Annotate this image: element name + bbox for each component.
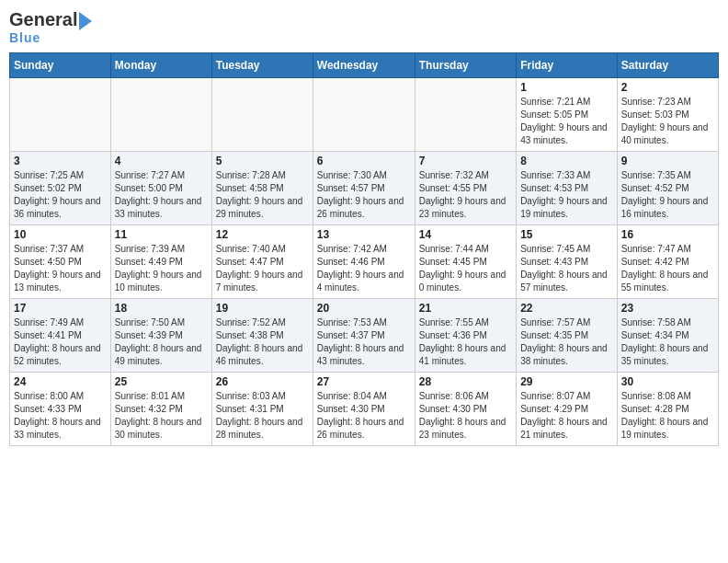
- page-header: General Blue: [9, 9, 719, 45]
- day-number: 13: [317, 228, 411, 241]
- weekday-header-thursday: Thursday: [415, 53, 516, 78]
- calendar-cell: 4Sunrise: 7:27 AM Sunset: 5:00 PM Daylig…: [110, 152, 211, 225]
- calendar-cell: 12Sunrise: 7:40 AM Sunset: 4:47 PM Dayli…: [211, 225, 313, 299]
- day-number: 12: [216, 228, 309, 241]
- calendar-week-row: 17Sunrise: 7:49 AM Sunset: 4:41 PM Dayli…: [10, 299, 719, 373]
- calendar-cell: 29Sunrise: 8:07 AM Sunset: 4:29 PM Dayli…: [517, 373, 618, 446]
- calendar-cell: [10, 78, 111, 152]
- day-number: 15: [520, 228, 613, 241]
- logo: General Blue: [9, 9, 92, 45]
- calendar-cell: [415, 78, 516, 152]
- day-info: Sunrise: 7:50 AM Sunset: 4:39 PM Dayligh…: [115, 316, 208, 368]
- calendar-cell: 17Sunrise: 7:49 AM Sunset: 4:41 PM Dayli…: [10, 299, 111, 373]
- day-number: 1: [520, 81, 613, 94]
- calendar-cell: 25Sunrise: 8:01 AM Sunset: 4:32 PM Dayli…: [110, 373, 211, 446]
- calendar-cell: [211, 78, 313, 152]
- day-info: Sunrise: 7:21 AM Sunset: 5:05 PM Dayligh…: [520, 96, 613, 147]
- day-info: Sunrise: 7:49 AM Sunset: 4:41 PM Dayligh…: [14, 316, 107, 368]
- day-info: Sunrise: 7:52 AM Sunset: 4:38 PM Dayligh…: [216, 316, 309, 368]
- calendar-cell: 24Sunrise: 8:00 AM Sunset: 4:33 PM Dayli…: [10, 373, 111, 446]
- day-info: Sunrise: 7:25 AM Sunset: 5:02 PM Dayligh…: [14, 169, 107, 221]
- logo-arrow-icon: [79, 12, 92, 30]
- calendar-header-row: SundayMondayTuesdayWednesdayThursdayFrid…: [10, 53, 719, 78]
- day-info: Sunrise: 7:30 AM Sunset: 4:57 PM Dayligh…: [317, 169, 411, 221]
- day-number: 6: [317, 155, 411, 167]
- day-info: Sunrise: 7:28 AM Sunset: 4:58 PM Dayligh…: [216, 169, 309, 221]
- calendar-week-row: 1Sunrise: 7:21 AM Sunset: 5:05 PM Daylig…: [10, 78, 719, 152]
- day-info: Sunrise: 7:23 AM Sunset: 5:03 PM Dayligh…: [621, 96, 714, 147]
- calendar-table: SundayMondayTuesdayWednesdayThursdayFrid…: [9, 52, 719, 446]
- day-number: 18: [115, 302, 208, 315]
- calendar-cell: 11Sunrise: 7:39 AM Sunset: 4:49 PM Dayli…: [110, 225, 211, 299]
- day-number: 5: [216, 155, 309, 167]
- day-info: Sunrise: 7:32 AM Sunset: 4:55 PM Dayligh…: [419, 169, 512, 221]
- day-number: 29: [520, 375, 613, 388]
- calendar-cell: 3Sunrise: 7:25 AM Sunset: 5:02 PM Daylig…: [10, 152, 111, 225]
- day-number: 25: [115, 375, 208, 388]
- calendar-cell: 5Sunrise: 7:28 AM Sunset: 4:58 PM Daylig…: [211, 152, 313, 225]
- calendar-cell: 9Sunrise: 7:35 AM Sunset: 4:52 PM Daylig…: [617, 152, 718, 225]
- calendar-cell: 22Sunrise: 7:57 AM Sunset: 4:35 PM Dayli…: [517, 299, 618, 373]
- logo-blue: Blue: [9, 30, 40, 45]
- calendar-cell: 8Sunrise: 7:33 AM Sunset: 4:53 PM Daylig…: [517, 152, 618, 225]
- day-info: Sunrise: 7:55 AM Sunset: 4:36 PM Dayligh…: [419, 316, 512, 368]
- day-info: Sunrise: 7:47 AM Sunset: 4:42 PM Dayligh…: [621, 243, 714, 294]
- day-info: Sunrise: 8:06 AM Sunset: 4:30 PM Dayligh…: [419, 390, 512, 442]
- calendar-cell: 6Sunrise: 7:30 AM Sunset: 4:57 PM Daylig…: [313, 152, 415, 225]
- day-info: Sunrise: 8:04 AM Sunset: 4:30 PM Dayligh…: [317, 390, 411, 442]
- calendar-cell: 23Sunrise: 7:58 AM Sunset: 4:34 PM Dayli…: [617, 299, 718, 373]
- day-number: 19: [216, 302, 309, 315]
- day-info: Sunrise: 8:07 AM Sunset: 4:29 PM Dayligh…: [520, 390, 613, 442]
- calendar-cell: 18Sunrise: 7:50 AM Sunset: 4:39 PM Dayli…: [110, 299, 211, 373]
- calendar-cell: 1Sunrise: 7:21 AM Sunset: 5:05 PM Daylig…: [517, 78, 618, 152]
- calendar-week-row: 3Sunrise: 7:25 AM Sunset: 5:02 PM Daylig…: [10, 152, 719, 225]
- day-info: Sunrise: 7:44 AM Sunset: 4:45 PM Dayligh…: [419, 243, 512, 294]
- day-number: 24: [14, 375, 107, 388]
- day-number: 17: [14, 302, 107, 315]
- day-number: 9: [621, 155, 714, 167]
- day-info: Sunrise: 7:39 AM Sunset: 4:49 PM Dayligh…: [115, 243, 208, 294]
- day-info: Sunrise: 7:57 AM Sunset: 4:35 PM Dayligh…: [520, 316, 613, 368]
- day-info: Sunrise: 8:03 AM Sunset: 4:31 PM Dayligh…: [216, 390, 309, 442]
- calendar-cell: [313, 78, 415, 152]
- day-number: 23: [621, 302, 714, 315]
- calendar-cell: 20Sunrise: 7:53 AM Sunset: 4:37 PM Dayli…: [313, 299, 415, 373]
- day-info: Sunrise: 7:45 AM Sunset: 4:43 PM Dayligh…: [520, 243, 613, 294]
- day-number: 3: [14, 155, 107, 167]
- day-info: Sunrise: 7:58 AM Sunset: 4:34 PM Dayligh…: [621, 316, 714, 368]
- weekday-header-saturday: Saturday: [617, 53, 718, 78]
- day-info: Sunrise: 7:40 AM Sunset: 4:47 PM Dayligh…: [216, 243, 309, 294]
- day-number: 28: [419, 375, 512, 388]
- day-number: 11: [115, 228, 208, 241]
- day-number: 20: [317, 302, 411, 315]
- calendar-cell: 16Sunrise: 7:47 AM Sunset: 4:42 PM Dayli…: [617, 225, 718, 299]
- day-info: Sunrise: 7:37 AM Sunset: 4:50 PM Dayligh…: [14, 243, 107, 294]
- weekday-header-tuesday: Tuesday: [211, 53, 313, 78]
- day-number: 4: [115, 155, 208, 167]
- weekday-header-sunday: Sunday: [10, 53, 111, 78]
- calendar-cell: 21Sunrise: 7:55 AM Sunset: 4:36 PM Dayli…: [415, 299, 516, 373]
- day-number: 21: [419, 302, 512, 315]
- weekday-header-wednesday: Wednesday: [313, 53, 415, 78]
- calendar-cell: 13Sunrise: 7:42 AM Sunset: 4:46 PM Dayli…: [313, 225, 415, 299]
- day-info: Sunrise: 8:00 AM Sunset: 4:33 PM Dayligh…: [14, 390, 107, 442]
- weekday-header-friday: Friday: [517, 53, 618, 78]
- day-number: 27: [317, 375, 411, 388]
- day-info: Sunrise: 7:33 AM Sunset: 4:53 PM Dayligh…: [520, 169, 613, 221]
- calendar-week-row: 24Sunrise: 8:00 AM Sunset: 4:33 PM Dayli…: [10, 373, 719, 446]
- day-number: 22: [520, 302, 613, 315]
- day-info: Sunrise: 7:53 AM Sunset: 4:37 PM Dayligh…: [317, 316, 411, 368]
- day-info: Sunrise: 7:27 AM Sunset: 5:00 PM Dayligh…: [115, 169, 208, 221]
- calendar-cell: 15Sunrise: 7:45 AM Sunset: 4:43 PM Dayli…: [517, 225, 618, 299]
- calendar-cell: 27Sunrise: 8:04 AM Sunset: 4:30 PM Dayli…: [313, 373, 415, 446]
- calendar-cell: 26Sunrise: 8:03 AM Sunset: 4:31 PM Dayli…: [211, 373, 313, 446]
- day-info: Sunrise: 7:42 AM Sunset: 4:46 PM Dayligh…: [317, 243, 411, 294]
- calendar-week-row: 10Sunrise: 7:37 AM Sunset: 4:50 PM Dayli…: [10, 225, 719, 299]
- day-number: 26: [216, 375, 309, 388]
- day-info: Sunrise: 8:08 AM Sunset: 4:28 PM Dayligh…: [621, 390, 714, 442]
- calendar-cell: 10Sunrise: 7:37 AM Sunset: 4:50 PM Dayli…: [10, 225, 111, 299]
- day-number: 2: [621, 81, 714, 94]
- calendar-cell: 19Sunrise: 7:52 AM Sunset: 4:38 PM Dayli…: [211, 299, 313, 373]
- calendar-cell: 28Sunrise: 8:06 AM Sunset: 4:30 PM Dayli…: [415, 373, 516, 446]
- logo-general: General: [9, 9, 77, 30]
